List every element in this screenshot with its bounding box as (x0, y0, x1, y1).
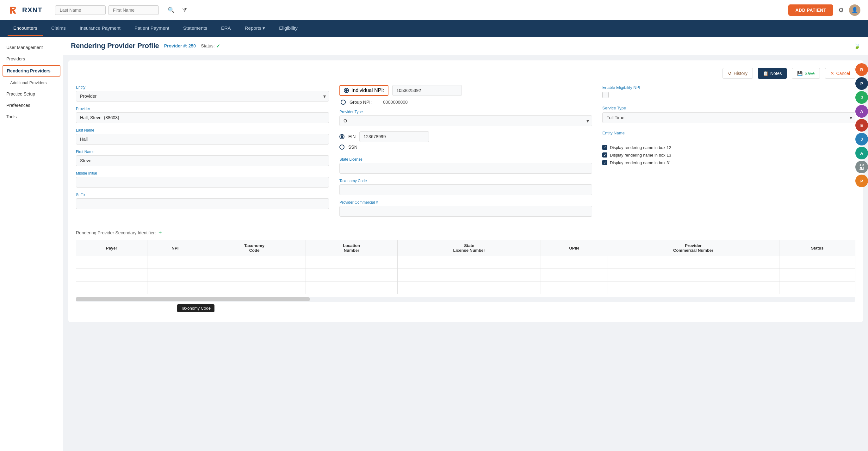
sidebar-item-user-management[interactable]: User Management (0, 42, 63, 53)
sidebar-item-additional-providers[interactable]: Additional Providers (0, 77, 63, 88)
nav-item-claims[interactable]: Claims (45, 21, 71, 36)
entity-name-section: Entity Name (602, 128, 855, 137)
save-button[interactable]: 💾 Save (792, 68, 820, 79)
secondary-identifier-header: Rendering Provider Secondary Identifier:… (76, 229, 855, 236)
provider-number-value: 250 (189, 43, 196, 49)
ein-radio[interactable] (339, 134, 344, 139)
tooltip-area: Taxonomy Code (76, 303, 855, 314)
checkbox-box13[interactable]: ✓ (602, 153, 607, 158)
col-payer: Payer (76, 240, 147, 256)
ein-ssn-group: EIN SSN (339, 131, 592, 152)
provider-type-select-wrapper: O (339, 116, 592, 126)
search-lastname-input[interactable] (55, 5, 106, 15)
notes-button[interactable]: 📋 Notes (758, 68, 787, 79)
provider-commercial-label: Provider Commercial # (339, 200, 592, 205)
nav-item-statements[interactable]: Statements (178, 21, 213, 36)
taxonomy-code-group: Taxonomy Code (339, 179, 592, 195)
search-icon[interactable]: 🔍 (166, 5, 176, 15)
add-patient-button[interactable]: ADD PATIENT (788, 4, 833, 16)
history-button[interactable]: ↺ History (722, 68, 753, 79)
filter-icon[interactable]: ⧩ (181, 5, 188, 14)
avatar-a[interactable]: A (855, 105, 868, 118)
last-name-input[interactable] (76, 134, 329, 144)
avatar-r[interactable]: R (855, 63, 868, 76)
npi-group: Individual NPI: Group NPI: 0000000000 (339, 85, 592, 105)
avatar-j[interactable]: J (855, 91, 868, 104)
service-type-select[interactable]: Full Time (602, 112, 855, 123)
individual-npi-input[interactable] (392, 85, 462, 96)
eligibility-npi-toggle[interactable] (602, 92, 609, 98)
table-head: Payer NPI TaxonomyCode LocationNumber St… (76, 240, 855, 256)
cancel-button[interactable]: ✕ Cancel (825, 68, 855, 79)
ein-row: EIN (339, 131, 592, 142)
checkbox-box12[interactable]: ✓ (602, 145, 607, 150)
nav-item-eligibility[interactable]: Eligibility (273, 21, 303, 36)
sidebar-item-preferences[interactable]: Preferences (0, 100, 63, 111)
nav-item-reports[interactable]: Reports ▾ (239, 21, 271, 36)
sidebar-item-rendering-providers[interactable]: Rendering Providers (3, 65, 60, 76)
nav-item-era[interactable]: ERA (215, 21, 237, 36)
avatar-p2[interactable]: P (855, 174, 868, 187)
table-row (76, 256, 855, 269)
taxonomy-code-input[interactable] (339, 184, 592, 195)
settings-icon[interactable]: ⚙ (838, 6, 844, 14)
eligibility-npi-label: Enable Eligibility NPI (602, 85, 855, 90)
history-icon: ↺ (728, 71, 732, 76)
nav-item-insurance-payment[interactable]: Insurance Payment (74, 21, 126, 36)
action-bar: ↺ History 📋 Notes 💾 Save ✕ Cancel (76, 68, 855, 79)
middle-initial-group: Middle Initial (76, 171, 329, 188)
checkbox-box13-row: ✓ Display rendering name in box 13 (602, 153, 855, 158)
provider-group: Provider (76, 106, 329, 123)
main-content: Rendering Provider Profile Provider #: 2… (63, 37, 868, 451)
taxonomy-code-tooltip: Taxonomy Code (177, 304, 214, 312)
checkbox-box13-label: Display rendering name in box 13 (610, 153, 671, 158)
checkbox-box12-label: Display rendering name in box 12 (610, 145, 671, 150)
individual-npi-row: Individual NPI: (339, 85, 592, 96)
form-col-right: Enable Eligibility NPI Service Type Full… (602, 85, 855, 222)
notes-icon: 📋 (763, 71, 768, 76)
avatar-a2[interactable]: A (855, 147, 868, 159)
table-row (76, 269, 855, 282)
state-license-input[interactable] (339, 163, 592, 174)
horizontal-scrollbar[interactable] (76, 297, 855, 302)
table-body (76, 256, 855, 294)
entity-name-label: Entity Name (602, 131, 855, 135)
search-firstname-input[interactable] (108, 5, 159, 15)
checkbox-box12-row: ✓ Display rendering name in box 12 (602, 145, 855, 150)
entity-select[interactable]: Provider (76, 91, 329, 101)
group-npi-row: Group NPI: 0000000000 (339, 100, 592, 105)
provider-input[interactable] (76, 112, 329, 123)
leaf-icon: 🍃 (854, 42, 860, 49)
add-secondary-icon[interactable]: + (158, 229, 162, 236)
first-name-input[interactable] (76, 155, 329, 166)
service-type-section: Service Type Full Time (602, 103, 855, 123)
checkbox-box31-row: ✓ Display rendering name in box 31 (602, 160, 855, 165)
entity-label: Entity (76, 85, 329, 90)
provider-commercial-input[interactable] (339, 206, 592, 217)
checkbox-box31[interactable]: ✓ (602, 160, 607, 165)
state-license-group: State License (339, 157, 592, 174)
provider-label: Provider (76, 106, 329, 111)
suffix-label: Suffix (76, 193, 329, 197)
sidebar-item-practice-setup[interactable]: Practice Setup (0, 88, 63, 100)
ssn-radio[interactable] (339, 144, 344, 150)
form-area: ↺ History 📋 Notes 💾 Save ✕ Cancel (68, 60, 863, 322)
avatar-arjm[interactable]: ARJM (855, 161, 868, 173)
avatar-j2[interactable]: J (855, 133, 868, 146)
group-npi-radio[interactable] (341, 100, 346, 105)
individual-npi-label: Individual NPI: (351, 88, 384, 93)
ein-input[interactable] (359, 131, 429, 142)
suffix-input[interactable] (76, 198, 329, 209)
individual-npi-radio[interactable] (344, 88, 349, 93)
nav-item-encounters[interactable]: Encounters (8, 21, 43, 36)
middle-initial-input[interactable] (76, 177, 329, 188)
individual-npi-box: Individual NPI: (339, 85, 389, 96)
provider-type-select[interactable]: O (339, 116, 592, 126)
nav-item-patient-payment[interactable]: Patient Payment (129, 21, 175, 36)
sidebar-item-providers[interactable]: Providers (0, 53, 63, 65)
sidebar-item-tools[interactable]: Tools (0, 111, 63, 122)
avatar-p[interactable]: P (855, 77, 868, 90)
avatar[interactable]: 👤 (849, 4, 860, 16)
avatar-e[interactable]: E (855, 119, 868, 132)
save-icon: 💾 (797, 71, 803, 76)
